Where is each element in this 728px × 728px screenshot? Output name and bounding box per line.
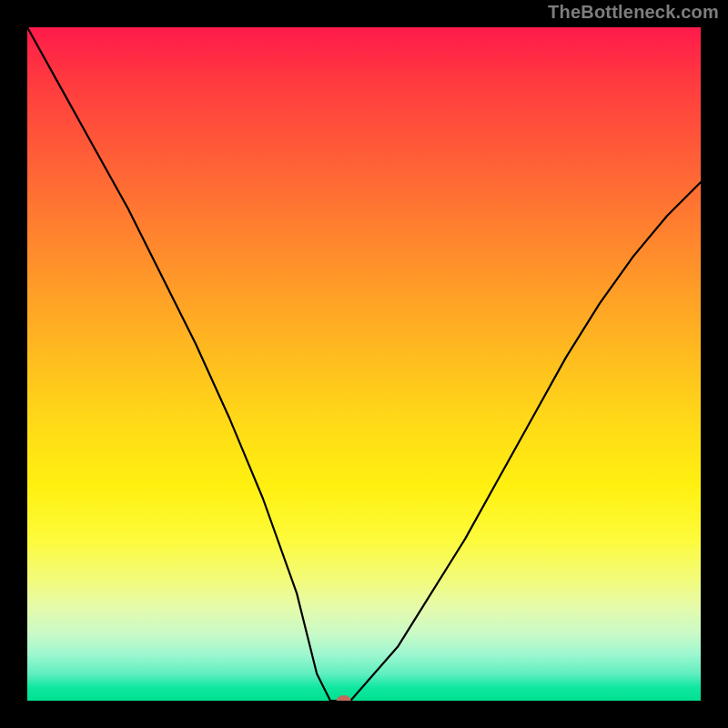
watermark-text: TheBottleneck.com	[548, 2, 719, 23]
curve-svg	[27, 27, 701, 701]
plot-area	[27, 27, 701, 701]
min-marker	[337, 695, 351, 701]
bottleneck-curve	[27, 27, 701, 701]
chart-frame: TheBottleneck.com	[0, 0, 728, 728]
